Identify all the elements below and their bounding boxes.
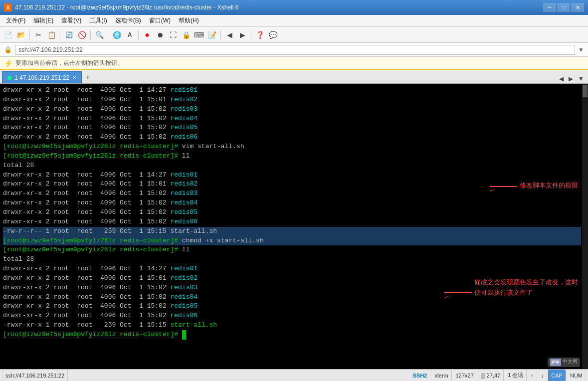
- tab-menu-button[interactable]: ▼: [576, 74, 586, 83]
- toolbar-separator-3: [90, 30, 91, 40]
- terminal-line: drwxr-xr-x 2 root root 4096 Oct 1 15:02 …: [3, 208, 581, 217]
- close-button[interactable]: ✕: [571, 3, 584, 12]
- window-title: 47.106.219.251:22 - root@izwz9ef5sjam9pv…: [15, 4, 238, 11]
- terminal-line: [root@izwz9ef5sjam9pvfyiz26lz redis-clus…: [3, 245, 581, 255]
- new-session-btn[interactable]: 📄: [2, 29, 14, 41]
- terminal-line: drwxr-xr-x 2 root root 4096 Oct 1 15:02 …: [3, 198, 581, 208]
- terminal-line: drwxr-xr-x 2 root root 4096 Oct 1 14:27 …: [3, 171, 581, 180]
- terminal-line: drwxr-xr-x 2 root root 4096 Oct 1 15:02 …: [3, 283, 581, 293]
- terminal-line: drwxr-xr-x 2 root root 4096 Oct 1 15:01 …: [3, 95, 581, 105]
- status-scroll-up[interactable]: ↑: [528, 370, 537, 381]
- info-text: 要添加当前会话，点击左侧的箭头按钮。: [15, 59, 123, 67]
- fullscreen-btn[interactable]: ⛶: [167, 29, 179, 41]
- status-sessions: 1 会话: [505, 370, 527, 381]
- font-btn[interactable]: A: [124, 29, 136, 41]
- connect-btn[interactable]: 🌐: [111, 29, 123, 41]
- copy-btn[interactable]: 📋: [45, 29, 57, 41]
- terminal-line: drwxr-xr-x 2 root root 4096 Oct 1 15:02 …: [3, 114, 581, 124]
- menu-bar: 文件(F) 编辑(E) 查看(V) 工具(I) 选项卡(B) 窗口(W) 帮助(…: [0, 15, 588, 27]
- terminal-line: drwxr-xr-x 2 root root 4096 Oct 1 15:02 …: [3, 123, 581, 133]
- redfav-btn[interactable]: ●: [141, 29, 153, 41]
- keyboard-btn[interactable]: ⌨: [193, 29, 205, 41]
- tab-nav: ◀ ▶ ▼: [557, 74, 586, 83]
- terminal-line: total 28: [3, 161, 581, 171]
- tab-close-icon[interactable]: ✕: [72, 75, 76, 80]
- status-pos-icon: ▒: [481, 373, 485, 379]
- down-arrow-icon[interactable]: ↓: [541, 373, 544, 379]
- menu-help[interactable]: 帮助(H): [175, 15, 203, 26]
- terminal-line: [root@izwz9ef5sjam9pvfyiz26lz redis-clus…: [3, 152, 581, 161]
- terminal-line-highlight-2: [root@izwz9ef5sjam9pvfyiz26lz redis-clus…: [3, 236, 581, 246]
- scrollbar-track[interactable]: [582, 84, 588, 369]
- tab-prev-button[interactable]: ◀: [557, 74, 566, 83]
- maximize-button[interactable]: □: [557, 3, 570, 12]
- tab-next-button[interactable]: ▶: [567, 74, 575, 83]
- terminal-line: total 28: [3, 255, 581, 264]
- php-site-text: 中文网: [563, 359, 578, 366]
- open-btn[interactable]: 📂: [15, 29, 27, 41]
- status-address-text: ssh://47.106.219.251:22: [5, 373, 64, 379]
- status-bar: ssh://47.106.219.251:22 SSH2 xterm 127x2…: [0, 369, 588, 381]
- lock-btn[interactable]: 🔒: [180, 29, 192, 41]
- php-logo: php: [550, 359, 561, 366]
- menu-tabs[interactable]: 选项卡(B): [111, 15, 145, 26]
- terminal-line: -rwxr-xr-x 1 root root 259 Oct 1 15:15 s…: [3, 321, 581, 330]
- app-icon: X: [4, 3, 12, 11]
- minimize-button[interactable]: ─: [543, 3, 556, 12]
- terminal-line: drwxr-xr-x 2 root root 4096 Oct 1 15:02 …: [3, 133, 581, 142]
- chat-btn[interactable]: 💬: [267, 29, 279, 41]
- toolbar-separator-2: [60, 30, 60, 40]
- tab-bar: 1 47.106.219.251:22 ✕ + ◀ ▶ ▼: [0, 70, 588, 84]
- menu-window[interactable]: 窗口(W): [145, 15, 175, 26]
- terminal[interactable]: drwxr-xr-x 2 root root 4096 Oct 1 14:27 …: [0, 84, 588, 369]
- tab-add-button[interactable]: +: [82, 71, 94, 83]
- status-num: NUM: [567, 370, 586, 381]
- info-bar: ⚡ 要添加当前会话，点击左侧的箭头按钮。: [0, 57, 588, 70]
- terminal-line: drwxr-xr-x 2 root root 4096 Oct 1 15:02 …: [3, 217, 581, 227]
- refresh-btn[interactable]: 🔄: [63, 29, 75, 41]
- terminal-scroll[interactable]: drwxr-xr-x 2 root root 4096 Oct 1 14:27 …: [3, 86, 581, 367]
- address-input[interactable]: [15, 45, 575, 55]
- address-dropdown-icon[interactable]: ▼: [578, 46, 584, 53]
- menu-file[interactable]: 文件(F): [2, 15, 29, 26]
- status-term-text: xterm: [434, 373, 448, 379]
- toolbar-separator-5: [138, 30, 139, 40]
- status-scroll-down[interactable]: ↓: [538, 370, 548, 381]
- terminal-line: drwxr-xr-x 2 root root 4096 Oct 1 14:27 …: [3, 264, 581, 274]
- right-arrow-btn[interactable]: ▶: [236, 29, 248, 41]
- left-arrow-btn[interactable]: ◀: [223, 29, 235, 41]
- toolbar-separator-1: [29, 30, 30, 40]
- toolbar-separator-4: [108, 30, 108, 40]
- terminal-line: drwxr-xr-x 2 root root 4096 Oct 1 15:02 …: [3, 293, 581, 302]
- terminal-line: drwxr-xr-x 2 root root 4096 Oct 1 15:01 …: [3, 180, 581, 189]
- tab-session-1[interactable]: 1 47.106.219.251:22 ✕: [2, 71, 82, 83]
- record-btn[interactable]: ⏺: [154, 29, 166, 41]
- scrollbar-thumb[interactable]: [583, 85, 588, 97]
- terminal-line: drwxr-xr-x 2 root root 4096 Oct 1 15:02 …: [3, 189, 581, 198]
- search-btn[interactable]: 🔍: [93, 29, 105, 41]
- terminal-line: drwxr-xr-x 2 root root 4096 Oct 1 15:02 …: [3, 311, 581, 321]
- terminal-line: drwxr-xr-x 2 root root 4096 Oct 1 15:02 …: [3, 105, 581, 114]
- status-pos-text: 27,47: [487, 373, 501, 379]
- terminal-prompt-line: [root@izwz9ef5sjam9pvfyiz26lz redis-clus…: [3, 330, 581, 340]
- toolbar-separator-6: [220, 30, 221, 40]
- menu-view[interactable]: 查看(V): [57, 15, 85, 26]
- menu-tools[interactable]: 工具(I): [85, 15, 111, 26]
- toolbar-separator-7: [251, 30, 251, 40]
- terminal-wrapper: drwxr-xr-x 2 root root 4096 Oct 1 14:27 …: [0, 84, 588, 369]
- status-ssh-type: SSH2: [409, 370, 430, 381]
- up-arrow-icon[interactable]: ↑: [531, 373, 534, 379]
- script-btn[interactable]: 📝: [206, 29, 218, 41]
- status-size: 127x27: [453, 370, 477, 381]
- address-lock-icon: 🔒: [4, 46, 12, 53]
- terminal-line: drwxr-xr-x 2 root root 4096 Oct 1 14:27 …: [3, 86, 581, 95]
- tab-status-dot: [7, 76, 11, 80]
- menu-edit[interactable]: 编辑(E): [29, 15, 57, 26]
- cut-btn[interactable]: ✂: [32, 29, 44, 41]
- status-size-text: 127x27: [456, 373, 474, 379]
- help-icon-btn[interactable]: ❓: [254, 29, 266, 41]
- status-cap-text: CAP: [551, 373, 563, 379]
- stop-btn[interactable]: 🚫: [76, 29, 88, 41]
- toolbar: 📄 📂 ✂ 📋 🔄 🚫 🔍 🌐 A ● ⏺ ⛶ 🔒 ⌨ 📝 ◀ ▶ ❓ 💬: [0, 27, 588, 43]
- php-badge: php 中文网: [548, 358, 580, 367]
